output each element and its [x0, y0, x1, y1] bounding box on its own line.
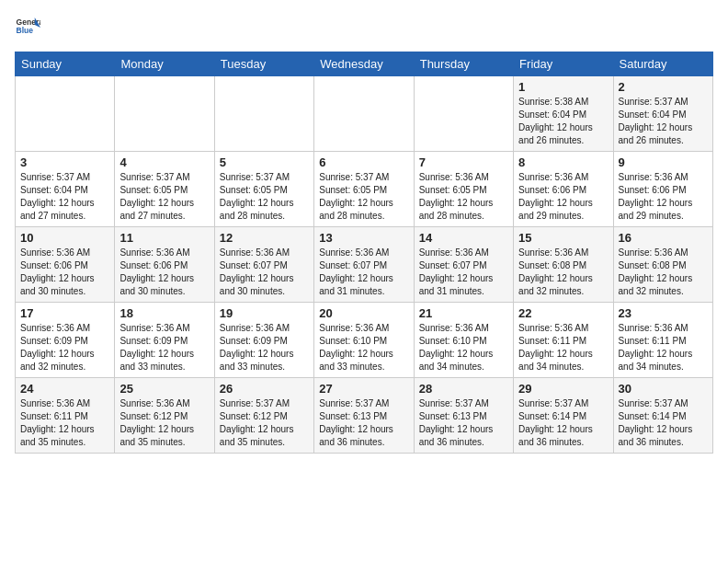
day-info: Sunrise: 5:37 AM Sunset: 6:05 PM Dayligh…: [119, 171, 209, 223]
day-info: Sunrise: 5:36 AM Sunset: 6:11 PM Dayligh…: [20, 397, 109, 449]
day-number: 21: [419, 306, 508, 320]
calendar-day-cell: 4Sunrise: 5:37 AM Sunset: 6:05 PM Daylig…: [115, 152, 214, 227]
day-number: 25: [119, 382, 209, 396]
calendar-day-cell: [16, 76, 115, 152]
day-info: Sunrise: 5:36 AM Sunset: 6:12 PM Dayligh…: [119, 397, 209, 449]
day-number: 6: [319, 155, 408, 169]
day-number: 10: [20, 231, 109, 245]
weekday-header-cell: Friday: [514, 52, 613, 76]
day-info: Sunrise: 5:36 AM Sunset: 6:09 PM Dayligh…: [20, 322, 109, 373]
calendar-day-cell: 9Sunrise: 5:36 AM Sunset: 6:06 PM Daylig…: [613, 152, 712, 227]
day-info: Sunrise: 5:36 AM Sunset: 6:06 PM Dayligh…: [119, 247, 209, 298]
day-number: 7: [419, 155, 508, 169]
day-info: Sunrise: 5:36 AM Sunset: 6:09 PM Dayligh…: [119, 322, 209, 373]
day-number: 26: [220, 382, 309, 396]
calendar-day-cell: 18Sunrise: 5:36 AM Sunset: 6:09 PM Dayli…: [115, 303, 214, 378]
calendar-day-cell: 7Sunrise: 5:36 AM Sunset: 6:05 PM Daylig…: [414, 152, 513, 227]
day-number: 15: [518, 231, 608, 245]
calendar-day-cell: 28Sunrise: 5:37 AM Sunset: 6:13 PM Dayli…: [414, 378, 513, 454]
calendar-day-cell: 3Sunrise: 5:37 AM Sunset: 6:04 PM Daylig…: [16, 152, 115, 227]
calendar-week-row: 24Sunrise: 5:36 AM Sunset: 6:11 PM Dayli…: [16, 378, 713, 454]
logo: General Blue: [15, 15, 44, 40]
day-info: Sunrise: 5:36 AM Sunset: 6:10 PM Dayligh…: [319, 322, 408, 373]
calendar-day-cell: 23Sunrise: 5:36 AM Sunset: 6:11 PM Dayli…: [613, 303, 712, 378]
day-number: 24: [20, 382, 109, 396]
day-info: Sunrise: 5:38 AM Sunset: 6:04 PM Dayligh…: [518, 96, 608, 147]
day-info: Sunrise: 5:36 AM Sunset: 6:07 PM Dayligh…: [419, 247, 508, 298]
day-number: 14: [419, 231, 508, 245]
calendar-day-cell: 12Sunrise: 5:36 AM Sunset: 6:07 PM Dayli…: [214, 227, 313, 303]
day-info: Sunrise: 5:36 AM Sunset: 6:11 PM Dayligh…: [619, 322, 708, 373]
calendar-day-cell: 17Sunrise: 5:36 AM Sunset: 6:09 PM Dayli…: [16, 303, 115, 378]
calendar-day-cell: 11Sunrise: 5:36 AM Sunset: 6:06 PM Dayli…: [115, 227, 214, 303]
calendar-day-cell: 13Sunrise: 5:36 AM Sunset: 6:07 PM Dayli…: [314, 227, 414, 303]
day-number: 11: [119, 231, 209, 245]
weekday-header-cell: Saturday: [613, 52, 712, 76]
day-number: 12: [220, 231, 309, 245]
calendar-day-cell: 16Sunrise: 5:36 AM Sunset: 6:08 PM Dayli…: [613, 227, 712, 303]
day-number: 16: [619, 231, 708, 245]
day-info: Sunrise: 5:36 AM Sunset: 6:08 PM Dayligh…: [619, 247, 708, 298]
day-number: 8: [518, 155, 608, 169]
calendar-day-cell: [214, 76, 313, 152]
day-info: Sunrise: 5:37 AM Sunset: 6:13 PM Dayligh…: [419, 397, 508, 449]
calendar-day-cell: 25Sunrise: 5:36 AM Sunset: 6:12 PM Dayli…: [115, 378, 214, 454]
calendar-day-cell: 20Sunrise: 5:36 AM Sunset: 6:10 PM Dayli…: [314, 303, 414, 378]
calendar-day-cell: 27Sunrise: 5:37 AM Sunset: 6:13 PM Dayli…: [314, 378, 414, 454]
calendar-day-cell: 22Sunrise: 5:36 AM Sunset: 6:11 PM Dayli…: [514, 303, 613, 378]
day-info: Sunrise: 5:36 AM Sunset: 6:07 PM Dayligh…: [220, 247, 309, 298]
day-number: 22: [518, 306, 608, 320]
calendar-day-cell: 8Sunrise: 5:36 AM Sunset: 6:06 PM Daylig…: [514, 152, 613, 227]
calendar-day-cell: 26Sunrise: 5:37 AM Sunset: 6:12 PM Dayli…: [214, 378, 313, 454]
day-number: 1: [518, 80, 608, 94]
day-number: 13: [319, 231, 408, 245]
day-number: 9: [619, 155, 708, 169]
day-number: 29: [518, 382, 608, 396]
day-info: Sunrise: 5:37 AM Sunset: 6:12 PM Dayligh…: [220, 397, 309, 449]
day-number: 5: [220, 155, 309, 169]
calendar-day-cell: 5Sunrise: 5:37 AM Sunset: 6:05 PM Daylig…: [214, 152, 313, 227]
day-info: Sunrise: 5:36 AM Sunset: 6:09 PM Dayligh…: [220, 322, 309, 373]
day-number: 20: [319, 306, 408, 320]
day-info: Sunrise: 5:36 AM Sunset: 6:08 PM Dayligh…: [518, 247, 608, 298]
day-info: Sunrise: 5:37 AM Sunset: 6:13 PM Dayligh…: [319, 397, 408, 449]
day-info: Sunrise: 5:36 AM Sunset: 6:10 PM Dayligh…: [419, 322, 508, 373]
day-info: Sunrise: 5:37 AM Sunset: 6:05 PM Dayligh…: [319, 171, 408, 223]
calendar-week-row: 17Sunrise: 5:36 AM Sunset: 6:09 PM Dayli…: [16, 303, 713, 378]
calendar-day-cell: 10Sunrise: 5:36 AM Sunset: 6:06 PM Dayli…: [16, 227, 115, 303]
logo-icon: General Blue: [15, 15, 40, 40]
weekday-header-cell: Thursday: [414, 52, 513, 76]
calendar-day-cell: 2Sunrise: 5:37 AM Sunset: 6:04 PM Daylig…: [613, 76, 712, 152]
day-info: Sunrise: 5:36 AM Sunset: 6:06 PM Dayligh…: [518, 171, 608, 223]
day-info: Sunrise: 5:37 AM Sunset: 6:14 PM Dayligh…: [619, 397, 708, 449]
weekday-header-cell: Wednesday: [314, 52, 414, 76]
day-number: 28: [419, 382, 508, 396]
weekday-header-row: SundayMondayTuesdayWednesdayThursdayFrid…: [16, 52, 713, 76]
calendar-day-cell: [414, 76, 513, 152]
calendar-day-cell: 6Sunrise: 5:37 AM Sunset: 6:05 PM Daylig…: [314, 152, 414, 227]
day-info: Sunrise: 5:36 AM Sunset: 6:06 PM Dayligh…: [20, 247, 109, 298]
calendar-week-row: 1Sunrise: 5:38 AM Sunset: 6:04 PM Daylig…: [16, 76, 713, 152]
day-number: 18: [119, 306, 209, 320]
day-number: 23: [619, 306, 708, 320]
page-header: General Blue: [15, 15, 713, 40]
day-number: 17: [20, 306, 109, 320]
day-number: 27: [319, 382, 408, 396]
weekday-header-cell: Sunday: [16, 52, 115, 76]
calendar-week-row: 10Sunrise: 5:36 AM Sunset: 6:06 PM Dayli…: [16, 227, 713, 303]
calendar-day-cell: 30Sunrise: 5:37 AM Sunset: 6:14 PM Dayli…: [613, 378, 712, 454]
day-info: Sunrise: 5:36 AM Sunset: 6:06 PM Dayligh…: [619, 171, 708, 223]
day-number: 4: [119, 155, 209, 169]
day-info: Sunrise: 5:37 AM Sunset: 6:14 PM Dayligh…: [518, 397, 608, 449]
calendar-day-cell: 14Sunrise: 5:36 AM Sunset: 6:07 PM Dayli…: [414, 227, 513, 303]
calendar-day-cell: [314, 76, 414, 152]
calendar-day-cell: 29Sunrise: 5:37 AM Sunset: 6:14 PM Dayli…: [514, 378, 613, 454]
day-info: Sunrise: 5:36 AM Sunset: 6:11 PM Dayligh…: [518, 322, 608, 373]
calendar-day-cell: 21Sunrise: 5:36 AM Sunset: 6:10 PM Dayli…: [414, 303, 513, 378]
calendar-body: 1Sunrise: 5:38 AM Sunset: 6:04 PM Daylig…: [16, 76, 713, 454]
weekday-header-cell: Monday: [115, 52, 214, 76]
day-number: 19: [220, 306, 309, 320]
calendar-day-cell: 19Sunrise: 5:36 AM Sunset: 6:09 PM Dayli…: [214, 303, 313, 378]
day-info: Sunrise: 5:36 AM Sunset: 6:07 PM Dayligh…: [319, 247, 408, 298]
calendar-day-cell: 24Sunrise: 5:36 AM Sunset: 6:11 PM Dayli…: [16, 378, 115, 454]
